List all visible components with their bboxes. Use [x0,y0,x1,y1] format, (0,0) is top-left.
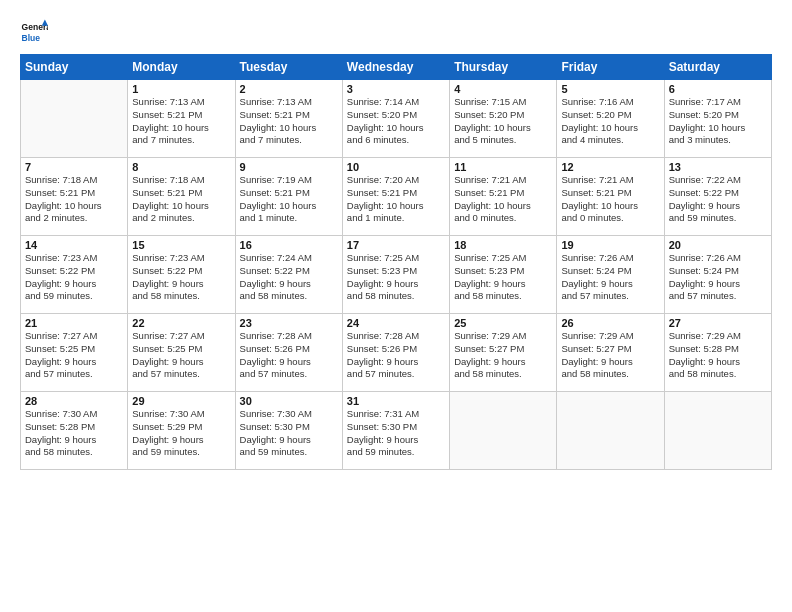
week-row-1: 1Sunrise: 7:13 AM Sunset: 5:21 PM Daylig… [21,80,772,158]
day-info: Sunrise: 7:17 AM Sunset: 5:20 PM Dayligh… [669,96,767,147]
day-info: Sunrise: 7:23 AM Sunset: 5:22 PM Dayligh… [25,252,123,303]
day-cell: 10Sunrise: 7:20 AM Sunset: 5:21 PM Dayli… [342,158,449,236]
day-number: 17 [347,239,445,251]
day-cell: 4Sunrise: 7:15 AM Sunset: 5:20 PM Daylig… [450,80,557,158]
day-number: 12 [561,161,659,173]
col-header-saturday: Saturday [664,55,771,80]
day-info: Sunrise: 7:13 AM Sunset: 5:21 PM Dayligh… [132,96,230,147]
day-number: 3 [347,83,445,95]
day-number: 7 [25,161,123,173]
logo: General Blue [20,18,52,46]
svg-text:Blue: Blue [22,33,41,43]
day-number: 18 [454,239,552,251]
day-cell: 15Sunrise: 7:23 AM Sunset: 5:22 PM Dayli… [128,236,235,314]
day-cell: 30Sunrise: 7:30 AM Sunset: 5:30 PM Dayli… [235,392,342,470]
day-cell: 28Sunrise: 7:30 AM Sunset: 5:28 PM Dayli… [21,392,128,470]
day-cell [21,80,128,158]
calendar-table: SundayMondayTuesdayWednesdayThursdayFrid… [20,54,772,470]
day-number: 26 [561,317,659,329]
day-number: 16 [240,239,338,251]
week-row-3: 14Sunrise: 7:23 AM Sunset: 5:22 PM Dayli… [21,236,772,314]
day-info: Sunrise: 7:25 AM Sunset: 5:23 PM Dayligh… [454,252,552,303]
day-cell: 18Sunrise: 7:25 AM Sunset: 5:23 PM Dayli… [450,236,557,314]
day-number: 29 [132,395,230,407]
calendar-header-row: SundayMondayTuesdayWednesdayThursdayFrid… [21,55,772,80]
day-cell: 20Sunrise: 7:26 AM Sunset: 5:24 PM Dayli… [664,236,771,314]
day-number: 24 [347,317,445,329]
col-header-tuesday: Tuesday [235,55,342,80]
day-info: Sunrise: 7:30 AM Sunset: 5:28 PM Dayligh… [25,408,123,459]
day-number: 10 [347,161,445,173]
day-cell: 3Sunrise: 7:14 AM Sunset: 5:20 PM Daylig… [342,80,449,158]
day-cell: 7Sunrise: 7:18 AM Sunset: 5:21 PM Daylig… [21,158,128,236]
day-info: Sunrise: 7:29 AM Sunset: 5:28 PM Dayligh… [669,330,767,381]
day-cell: 26Sunrise: 7:29 AM Sunset: 5:27 PM Dayli… [557,314,664,392]
day-info: Sunrise: 7:26 AM Sunset: 5:24 PM Dayligh… [561,252,659,303]
day-number: 22 [132,317,230,329]
day-number: 2 [240,83,338,95]
week-row-4: 21Sunrise: 7:27 AM Sunset: 5:25 PM Dayli… [21,314,772,392]
day-number: 21 [25,317,123,329]
day-cell [557,392,664,470]
day-info: Sunrise: 7:13 AM Sunset: 5:21 PM Dayligh… [240,96,338,147]
day-cell: 22Sunrise: 7:27 AM Sunset: 5:25 PM Dayli… [128,314,235,392]
day-number: 23 [240,317,338,329]
day-info: Sunrise: 7:15 AM Sunset: 5:20 PM Dayligh… [454,96,552,147]
day-info: Sunrise: 7:31 AM Sunset: 5:30 PM Dayligh… [347,408,445,459]
day-info: Sunrise: 7:24 AM Sunset: 5:22 PM Dayligh… [240,252,338,303]
day-cell: 6Sunrise: 7:17 AM Sunset: 5:20 PM Daylig… [664,80,771,158]
day-cell: 9Sunrise: 7:19 AM Sunset: 5:21 PM Daylig… [235,158,342,236]
day-cell: 19Sunrise: 7:26 AM Sunset: 5:24 PM Dayli… [557,236,664,314]
day-number: 13 [669,161,767,173]
day-info: Sunrise: 7:19 AM Sunset: 5:21 PM Dayligh… [240,174,338,225]
day-cell: 2Sunrise: 7:13 AM Sunset: 5:21 PM Daylig… [235,80,342,158]
day-info: Sunrise: 7:27 AM Sunset: 5:25 PM Dayligh… [132,330,230,381]
day-cell: 8Sunrise: 7:18 AM Sunset: 5:21 PM Daylig… [128,158,235,236]
day-cell: 27Sunrise: 7:29 AM Sunset: 5:28 PM Dayli… [664,314,771,392]
day-info: Sunrise: 7:30 AM Sunset: 5:29 PM Dayligh… [132,408,230,459]
day-info: Sunrise: 7:14 AM Sunset: 5:20 PM Dayligh… [347,96,445,147]
day-cell: 17Sunrise: 7:25 AM Sunset: 5:23 PM Dayli… [342,236,449,314]
day-number: 8 [132,161,230,173]
day-cell: 12Sunrise: 7:21 AM Sunset: 5:21 PM Dayli… [557,158,664,236]
day-number: 14 [25,239,123,251]
day-number: 15 [132,239,230,251]
day-cell: 29Sunrise: 7:30 AM Sunset: 5:29 PM Dayli… [128,392,235,470]
day-number: 31 [347,395,445,407]
logo-icon: General Blue [20,18,48,46]
day-info: Sunrise: 7:29 AM Sunset: 5:27 PM Dayligh… [454,330,552,381]
col-header-sunday: Sunday [21,55,128,80]
day-number: 20 [669,239,767,251]
day-cell: 21Sunrise: 7:27 AM Sunset: 5:25 PM Dayli… [21,314,128,392]
day-cell: 24Sunrise: 7:28 AM Sunset: 5:26 PM Dayli… [342,314,449,392]
day-info: Sunrise: 7:16 AM Sunset: 5:20 PM Dayligh… [561,96,659,147]
day-cell: 25Sunrise: 7:29 AM Sunset: 5:27 PM Dayli… [450,314,557,392]
day-cell [664,392,771,470]
day-number: 5 [561,83,659,95]
day-cell: 16Sunrise: 7:24 AM Sunset: 5:22 PM Dayli… [235,236,342,314]
page: General Blue SundayMondayTuesdayWednesda… [0,0,792,612]
day-number: 6 [669,83,767,95]
day-cell: 14Sunrise: 7:23 AM Sunset: 5:22 PM Dayli… [21,236,128,314]
day-cell: 11Sunrise: 7:21 AM Sunset: 5:21 PM Dayli… [450,158,557,236]
day-info: Sunrise: 7:21 AM Sunset: 5:21 PM Dayligh… [561,174,659,225]
day-number: 30 [240,395,338,407]
day-info: Sunrise: 7:28 AM Sunset: 5:26 PM Dayligh… [240,330,338,381]
col-header-friday: Friday [557,55,664,80]
day-number: 9 [240,161,338,173]
col-header-monday: Monday [128,55,235,80]
header: General Blue [20,18,772,46]
day-cell: 23Sunrise: 7:28 AM Sunset: 5:26 PM Dayli… [235,314,342,392]
day-info: Sunrise: 7:29 AM Sunset: 5:27 PM Dayligh… [561,330,659,381]
day-info: Sunrise: 7:20 AM Sunset: 5:21 PM Dayligh… [347,174,445,225]
day-info: Sunrise: 7:23 AM Sunset: 5:22 PM Dayligh… [132,252,230,303]
day-info: Sunrise: 7:30 AM Sunset: 5:30 PM Dayligh… [240,408,338,459]
day-info: Sunrise: 7:25 AM Sunset: 5:23 PM Dayligh… [347,252,445,303]
day-cell: 1Sunrise: 7:13 AM Sunset: 5:21 PM Daylig… [128,80,235,158]
day-cell: 13Sunrise: 7:22 AM Sunset: 5:22 PM Dayli… [664,158,771,236]
day-number: 1 [132,83,230,95]
day-info: Sunrise: 7:27 AM Sunset: 5:25 PM Dayligh… [25,330,123,381]
day-info: Sunrise: 7:18 AM Sunset: 5:21 PM Dayligh… [25,174,123,225]
day-number: 11 [454,161,552,173]
day-info: Sunrise: 7:21 AM Sunset: 5:21 PM Dayligh… [454,174,552,225]
